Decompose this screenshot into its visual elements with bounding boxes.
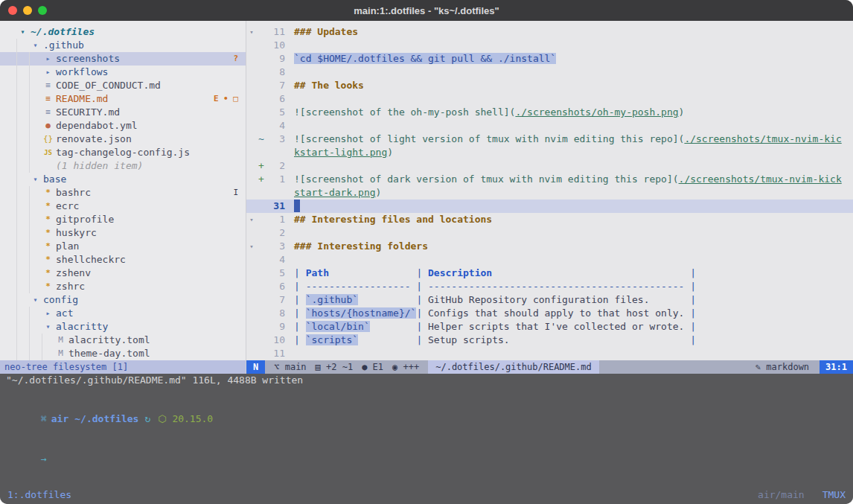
line-text: `cd $HOME/.dotfiles && git pull && ./ins… — [294, 52, 853, 66]
git-branch-indicator[interactable]: ⌥ main — [274, 360, 306, 374]
editor-line-9[interactable]: kstart-light.png) — [246, 146, 853, 159]
tree-item-.dotfiles[interactable]: ▾~/.dotfiles — [0, 25, 246, 39]
chevron-right-icon[interactable]: ▸ — [42, 52, 54, 66]
editor-line-7[interactable]: 4 — [246, 119, 853, 133]
tree-item-workflows[interactable]: ▸workflows — [0, 66, 246, 79]
editor-line-22[interactable]: 9| `local/bin` | Helper scripts that I'v… — [246, 320, 853, 334]
editor-line-2[interactable]: 9`cd $HOME/.dotfiles && git pull && ./in… — [246, 52, 853, 66]
command-line-message: "~/.dotfiles/.github/README.md" 116L, 44… — [0, 374, 853, 387]
editor-line-8[interactable]: ~3![screenshot of light version of tmux … — [246, 133, 853, 146]
indent-guide — [16, 320, 29, 334]
fold-chevron-icon[interactable]: ▾ — [246, 240, 257, 253]
tree-item-code-of-conduct.md[interactable]: ≡CODE_OF_CONDUCT.md — [0, 79, 246, 92]
fold-column — [246, 52, 257, 66]
git-sign-column — [257, 39, 266, 52]
fold-column — [246, 280, 257, 293]
chevron-down-icon[interactable]: ▾ — [29, 39, 42, 52]
tree-item-base[interactable]: ▾base — [0, 173, 246, 186]
tree-item-label: alacritty — [56, 320, 108, 334]
editor-line-19[interactable]: 6| ------------------ | ----------------… — [246, 280, 853, 293]
tree-item-plan[interactable]: *plan — [0, 240, 246, 253]
tree-item-zshrc[interactable]: *zshrc — [0, 280, 246, 293]
tree-item-alacritty[interactable]: ▾alacritty — [0, 320, 246, 334]
line-number: 8 — [266, 307, 285, 320]
shell-pane[interactable]: ⌘air~/.dotfiles↻⬡ 20.15.0 → — [0, 387, 853, 485]
chevron-down-icon[interactable]: ▾ — [29, 173, 42, 186]
editor-line-18[interactable]: 5| Path | Description | — [246, 267, 853, 280]
editor-buffer[interactable]: ▾ 11### Updates 10 9`cd $HOME/.dotfiles … — [246, 21, 853, 360]
tree-item-label: README.md — [56, 92, 108, 106]
tree-item-label: renovate.json — [56, 133, 132, 146]
chevron-down-icon[interactable]: ▾ — [42, 320, 54, 334]
code-segment-mdtext: ![screenshot of light version of tmux wi… — [294, 133, 684, 144]
chevron-right-icon[interactable]: ▸ — [42, 66, 54, 79]
editor-line-6[interactable]: 5![screenshot of the oh-my-posh shell](.… — [246, 106, 853, 119]
tree-item-alacritty.toml[interactable]: Malacritty.toml — [0, 334, 246, 347]
tmux-window-item[interactable]: 1:.dotfiles — [7, 489, 71, 500]
editor-line-17[interactable]: 4 — [246, 253, 853, 267]
tree-item-gitprofile[interactable]: *gitprofile — [0, 213, 246, 226]
tree-item-badge: E • □ — [214, 92, 238, 106]
git-sign-column — [257, 66, 266, 79]
tree-item-.github[interactable]: ▾.github — [0, 39, 246, 52]
code-segment-pipe: | — [416, 267, 428, 278]
editor-line-21[interactable]: 8| `hosts/{hostname}/`| Configs that sho… — [246, 307, 853, 320]
editor-line-5[interactable]: 6 — [246, 92, 853, 106]
line-text — [294, 39, 853, 52]
editor-line-24[interactable]: 11 — [246, 347, 853, 360]
editor-line-12[interactable]: start-dark.png) — [246, 186, 853, 200]
chevron-down-icon[interactable]: ▾ — [29, 293, 42, 307]
editor-line-4[interactable]: 7## The looks — [246, 79, 853, 92]
editor-line-23[interactable]: 10| `scripts` | Setup scripts. | — [246, 334, 853, 347]
editor-line-1[interactable]: 10 — [246, 39, 853, 52]
current-file-path[interactable]: ~/.dotfiles/.github/README.md — [428, 360, 599, 374]
tree-item-shellcheckrc[interactable]: *shellcheckrc — [0, 253, 246, 267]
editor-line-11[interactable]: +1![screenshot of dark version of tmux w… — [246, 173, 853, 186]
line-number: 10 — [266, 39, 285, 52]
fold-column — [246, 226, 257, 240]
fold-chevron-icon[interactable]: ▾ — [246, 213, 257, 226]
chevron-right-icon[interactable]: ▸ — [42, 307, 54, 320]
prompt-user: air — [51, 413, 68, 424]
tree-item-label: screenshots — [56, 52, 120, 66]
indent-guide — [16, 213, 29, 226]
maximize-button[interactable] — [38, 6, 47, 15]
indent-guide — [16, 173, 29, 186]
editor-line-15[interactable]: 2 — [246, 226, 853, 240]
editor-line-20[interactable]: 7| `.github` | GitHub Repository configu… — [246, 293, 853, 307]
tree-item-huskyrc[interactable]: *huskyrc — [0, 226, 246, 240]
tree-item-tag-changelog-config.js[interactable]: JStag-changelog-config.js — [0, 146, 246, 159]
tree-item-act[interactable]: ▸act — [0, 307, 246, 320]
tree-item-renovate.json[interactable]: {}renovate.json — [0, 133, 246, 146]
tree-item-screenshots[interactable]: ▸screenshots? — [0, 52, 246, 66]
editor-line-10[interactable]: +2 — [246, 159, 853, 173]
line-text: ### Updates — [294, 25, 853, 39]
tree-item-dependabot.yml[interactable]: ●dependabot.yml — [0, 119, 246, 133]
indent-guide — [16, 347, 29, 360]
tree-item-bashrc[interactable]: *bashrcI — [0, 186, 246, 200]
tree-item-zshenv[interactable]: *zshenv — [0, 267, 246, 280]
tree-item-config[interactable]: ▾config — [0, 293, 246, 307]
tree-item-1-hidden-item[interactable]: (1 hidden item) — [0, 159, 246, 173]
editor-line-0[interactable]: ▾ 11### Updates — [246, 25, 853, 39]
tree-item-ecrc[interactable]: *ecrc — [0, 200, 246, 213]
sh-file-icon: * — [42, 213, 54, 226]
shell-cursor-line[interactable]: → — [6, 439, 847, 479]
editor-line-14[interactable]: ▾ 1## Interesting files and locations — [246, 213, 853, 226]
tree-item-theme-day.toml[interactable]: Mtheme-day.toml — [0, 347, 246, 360]
editor-line-3[interactable]: 8 — [246, 66, 853, 79]
tree-item-label: zshenv — [56, 267, 91, 280]
editor-line-13[interactable]: 31 — [246, 200, 853, 213]
indent-guide — [16, 280, 29, 293]
chevron-down-icon[interactable]: ▾ — [16, 25, 29, 39]
tree-item-label: ~/.dotfiles — [31, 25, 95, 39]
minimize-button[interactable] — [23, 6, 32, 15]
tree-item-readme.md[interactable]: ≡README.mdE • □ — [0, 92, 246, 106]
tree-item-security.md[interactable]: ≡SECURITY.md — [0, 106, 246, 119]
fold-chevron-icon[interactable]: ▾ — [246, 25, 257, 39]
code-segment-pipe: | — [294, 267, 306, 278]
close-button[interactable] — [8, 6, 17, 15]
editor-line-16[interactable]: ▾ 3### Interesting folders — [246, 240, 853, 253]
indent-guide — [29, 347, 42, 360]
titlebar[interactable]: main:1:.dotfiles - "ks~/.dotfiles" — [0, 0, 853, 21]
